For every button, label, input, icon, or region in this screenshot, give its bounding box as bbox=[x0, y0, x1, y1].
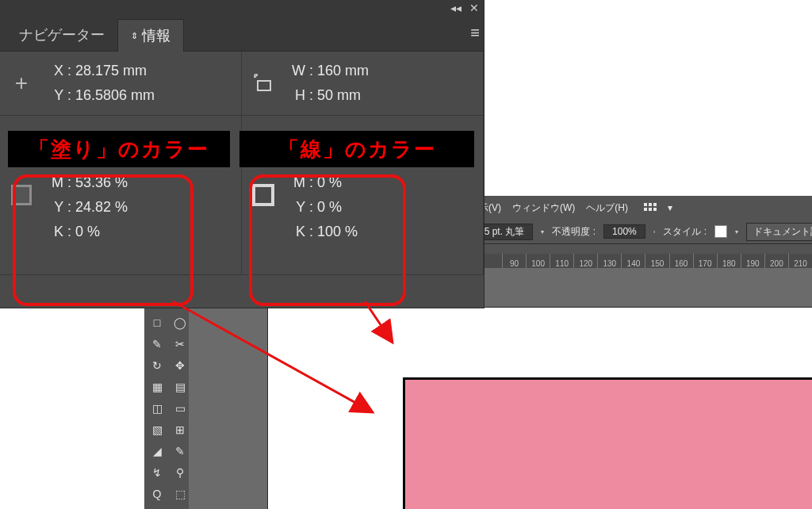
brush-dropdown-icon[interactable]: ▾ bbox=[541, 228, 544, 235]
ruler-tick: 120 bbox=[573, 254, 597, 269]
tool-button[interactable]: ⚲ bbox=[170, 463, 190, 482]
fill-y-value: 24.82 % bbox=[75, 199, 128, 215]
crosshair-icon: + bbox=[10, 71, 33, 96]
stroke-m-label: M : bbox=[286, 174, 313, 191]
tool-button[interactable]: ✎ bbox=[147, 335, 167, 354]
ruler-tick: 190 bbox=[741, 254, 764, 269]
tool-button[interactable]: ⌕ bbox=[170, 506, 190, 509]
panel-menu-icon[interactable]: ≡ bbox=[470, 24, 477, 42]
stroke-k-label: K : bbox=[286, 224, 313, 240]
ruler-tick: 200 bbox=[764, 254, 788, 269]
tool-button[interactable]: ↻ bbox=[147, 356, 167, 375]
tool-button[interactable]: ▧ bbox=[147, 420, 167, 439]
selected-rectangle[interactable] bbox=[403, 377, 812, 509]
menu-window[interactable]: ウィンドウ(W) bbox=[512, 201, 575, 215]
workspace-switcher-icon[interactable] bbox=[644, 203, 657, 212]
style-swatch[interactable] bbox=[714, 225, 727, 238]
artboard bbox=[268, 308, 812, 509]
x-value: 28.175 mm bbox=[75, 63, 147, 78]
panel-tabs: ナビゲーター ⇕ 情報 ≡ bbox=[0, 16, 484, 52]
svg-rect-0 bbox=[258, 81, 270, 90]
stroke-m-value: 0 % bbox=[317, 174, 342, 190]
tool-button[interactable]: ▭ bbox=[170, 399, 190, 418]
tool-button[interactable]: ✥ bbox=[170, 356, 190, 375]
y-label: Y : bbox=[44, 87, 71, 104]
tool-button[interactable]: ▦ bbox=[147, 377, 167, 396]
size-cell: W : 160 mm H : 50 mm bbox=[242, 52, 484, 116]
fill-m-label: M : bbox=[44, 174, 71, 191]
tab-navigator[interactable]: ナビゲーター bbox=[6, 19, 117, 51]
opacity-field[interactable]: 100% bbox=[603, 224, 645, 239]
tool-button[interactable]: ◫ bbox=[147, 399, 167, 418]
tool-button[interactable]: ▤ bbox=[170, 377, 190, 396]
tab-info[interactable]: ⇕ 情報 bbox=[117, 19, 184, 52]
collapse-icon[interactable]: ◂◂ bbox=[450, 2, 462, 14]
stroke-swatch-icon bbox=[251, 184, 275, 206]
tool-button[interactable]: ↯ bbox=[147, 463, 167, 482]
style-label: スタイル : bbox=[663, 225, 707, 239]
tool-button[interactable]: ◢ bbox=[147, 442, 167, 461]
menu-help[interactable]: ヘルプ(H) bbox=[586, 201, 628, 215]
caret-icon: › bbox=[653, 228, 656, 235]
w-value: 160 mm bbox=[317, 63, 369, 78]
stroke-k-value: 100 % bbox=[317, 224, 358, 239]
tool-button[interactable]: ⬚ bbox=[170, 484, 190, 503]
fill-y-label: Y : bbox=[44, 199, 71, 216]
ruler-tick: 160 bbox=[669, 254, 693, 269]
tool-button[interactable]: ⊞ bbox=[170, 420, 190, 439]
h-label: H : bbox=[286, 87, 313, 104]
annotation-stroke-color: 「線」のカラー bbox=[239, 131, 474, 167]
close-icon[interactable]: ✕ bbox=[469, 2, 479, 14]
ruler-tick: 170 bbox=[693, 254, 717, 269]
ruler-tick: 140 bbox=[621, 254, 645, 269]
y-value: 16.5806 mm bbox=[75, 87, 155, 103]
fill-m-value: 53.36 % bbox=[75, 174, 128, 190]
fill-k-value: 0 % bbox=[75, 224, 100, 239]
annotation-fill-color: 「塗り」のカラー bbox=[8, 131, 230, 167]
ruler-tick: 100 bbox=[526, 254, 550, 269]
tool-button[interactable]: ✎ bbox=[170, 442, 190, 461]
tool-button[interactable]: ✂ bbox=[170, 335, 190, 354]
stroke-y-value: 0 % bbox=[317, 199, 342, 215]
panel-titlebar[interactable]: ◂◂ ✕ bbox=[0, 0, 484, 16]
opacity-label: 不透明度 : bbox=[552, 225, 596, 239]
ruler-tick: 150 bbox=[645, 254, 668, 269]
ruler-tick: 90 bbox=[502, 254, 526, 269]
stroke-y-label: Y : bbox=[286, 199, 313, 216]
document-settings-button[interactable]: ドキュメント設定 bbox=[746, 223, 812, 241]
ruler-tick: 130 bbox=[597, 254, 621, 269]
x-label: X : bbox=[44, 63, 71, 79]
tool-button[interactable]: ✋ bbox=[147, 506, 167, 509]
tool-button[interactable]: Q bbox=[147, 484, 167, 503]
dimensions-icon bbox=[251, 73, 275, 94]
brush-preset-field[interactable]: 5 pt. 丸筆 bbox=[476, 224, 534, 240]
sort-icon: ⇕ bbox=[131, 31, 138, 40]
ruler-tick: 210 bbox=[788, 254, 812, 269]
h-value: 50 mm bbox=[317, 87, 361, 103]
w-label: W : bbox=[286, 63, 313, 79]
workspace-dropdown-icon[interactable]: ▾ bbox=[668, 202, 672, 213]
fill-swatch-icon bbox=[10, 185, 33, 205]
position-cell: + X : 28.175 mm Y : 16.5806 mm bbox=[0, 52, 242, 116]
ruler-tick: 180 bbox=[717, 254, 741, 269]
tool-button[interactable]: □ bbox=[147, 313, 167, 332]
ruler-tick: 110 bbox=[550, 254, 573, 269]
fill-k-label: K : bbox=[44, 224, 71, 240]
style-dropdown-icon[interactable]: ▾ bbox=[735, 228, 738, 235]
tool-button[interactable]: ◯ bbox=[170, 313, 190, 332]
tab-info-label: 情報 bbox=[142, 28, 170, 44]
info-panel: ◂◂ ✕ ナビゲーター ⇕ 情報 ≡ + X : 28.175 mm Y : 1… bbox=[0, 0, 484, 308]
